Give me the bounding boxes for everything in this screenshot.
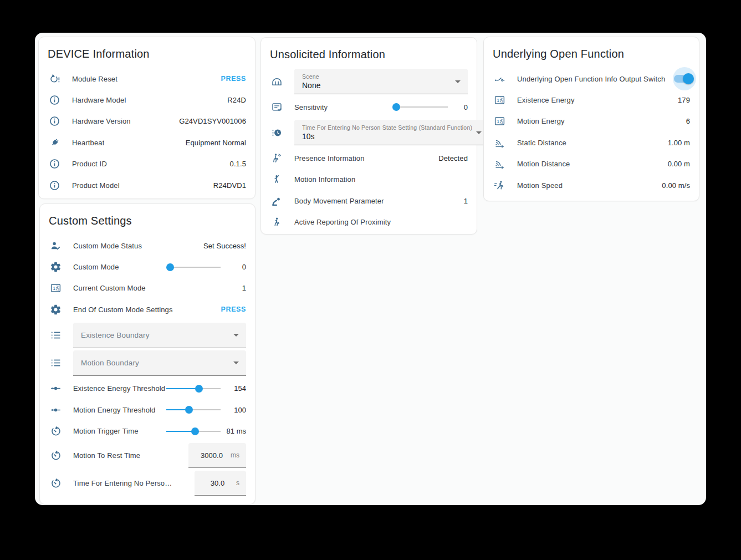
motion-boundary-row: Motion Boundary	[49, 350, 246, 376]
hardware-version-value: G24VD1SYV001006	[179, 117, 246, 125]
active-reporting-row: Active Reporting Of Proximity	[270, 212, 468, 233]
existence-energy-threshold-row: Existence Energy Threshold 154	[49, 378, 246, 399]
module-reset-row: Module Reset PRESS	[48, 68, 246, 89]
hardware-version-label: Hardware Version	[72, 117, 131, 125]
static-distance-label: Static Distance	[517, 139, 566, 147]
body-movement-parameter-row: Body Movement Parameter 1	[270, 190, 468, 211]
svg-text:3: 3	[501, 100, 503, 103]
device-information-card: DEVICE Information Module Reset PRESS Ha…	[38, 37, 255, 199]
counter-icon: 123	[493, 115, 506, 128]
output-switch-toggle[interactable]	[673, 68, 695, 90]
motion-information-row: Motion Information	[270, 169, 468, 190]
end-of-custom-mode-row: End Of Custom Mode Settings PRESS	[49, 299, 246, 320]
threshold-marker-icon	[49, 403, 62, 416]
threshold-marker-icon	[49, 382, 62, 395]
motion-distance-row: Motion Distance 0.00 m	[493, 154, 690, 175]
person-hand-up-icon	[270, 173, 283, 186]
product-id-row: Product ID 0.1.5	[48, 154, 246, 175]
underlying-open-function-title: Underlying Open Function	[493, 46, 690, 62]
unsolicited-information-card: Unsolicited Information Scene None Sensi…	[260, 37, 477, 235]
output-switch-label: Underlying Open Function Info Output Swi…	[517, 75, 665, 83]
motion-to-rest-time-value: 3000.0	[195, 451, 228, 460]
hardware-model-row: Hardware Model R24D	[48, 89, 246, 110]
existence-energy-threshold-label: Existence Energy Threshold	[73, 384, 165, 393]
active-reporting-label: Active Reporting Of Proximity	[294, 218, 391, 226]
product-id-value: 0.1.5	[230, 160, 246, 168]
existence-energy-row: 123 Existence Energy 179	[493, 89, 690, 110]
motion-distance-value: 0.00 m	[668, 160, 690, 168]
custom-mode-value: 0	[222, 263, 246, 271]
dome-scene-icon	[270, 75, 283, 88]
current-custom-mode-row: 123 Current Custom Mode 1	[49, 278, 246, 299]
motion-energy-threshold-value: 100	[222, 406, 246, 414]
custom-mode-label: Custom Mode	[73, 263, 119, 271]
product-model-label: Product Model	[72, 181, 120, 190]
existence-energy-label: Existence Energy	[517, 96, 575, 104]
motion-boundary-label: Motion Boundary	[81, 359, 229, 367]
motion-boundary-select[interactable]: Motion Boundary	[73, 350, 246, 376]
time-no-person-state-row: Time For Entering No Person State Settin…	[270, 120, 468, 145]
signal-distance-icon	[493, 136, 506, 149]
info-icon	[48, 157, 61, 171]
list-icon	[49, 329, 62, 342]
end-of-custom-mode-press-button[interactable]: PRESS	[221, 306, 246, 313]
svg-text:1: 1	[53, 286, 55, 292]
motion-to-rest-time-label: Motion To Rest Time	[73, 451, 140, 460]
motion-energy-threshold-row: Motion Energy Threshold 100	[49, 399, 246, 420]
info-icon	[48, 115, 61, 128]
body-movement-parameter-label: Body Movement Parameter	[294, 197, 384, 205]
module-reset-press-button[interactable]: PRESS	[221, 75, 246, 83]
static-distance-row: Static Distance 1.00 m	[493, 132, 690, 153]
motion-trigger-time-row: Motion Trigger Time 81 ms	[49, 420, 246, 441]
gear-icon	[49, 261, 62, 274]
presence-information-label: Presence Information	[294, 154, 365, 162]
time-no-person-row: Time For Entering No Perso… 30.0 s	[49, 470, 246, 497]
walking-person-icon	[270, 216, 283, 229]
product-model-value: R24DVD1	[213, 181, 246, 190]
presence-information-value: Detected	[438, 154, 468, 162]
existence-energy-threshold-value: 154	[222, 384, 246, 393]
existence-boundary-label: Existence Boundary	[81, 331, 229, 339]
scene-select-label: Scene	[302, 73, 451, 80]
sensitivity-row: Sensitivity 0	[270, 96, 468, 118]
motion-to-rest-time-field[interactable]: 3000.0 ms	[188, 443, 246, 468]
electric-switch-icon	[493, 72, 506, 85]
motion-to-rest-time-unit: ms	[231, 451, 239, 459]
app-viewport: DEVICE Information Module Reset PRESS Ha…	[35, 33, 706, 505]
time-no-person-value: 30.0	[201, 479, 234, 487]
motion-energy-threshold-label: Motion Energy Threshold	[73, 406, 155, 414]
existence-boundary-select[interactable]: Existence Boundary	[73, 323, 246, 348]
custom-mode-slider[interactable]	[166, 263, 221, 271]
chevron-down-icon	[455, 80, 461, 83]
heartbeat-value: Equipment Normal	[186, 139, 246, 147]
time-no-person-state-label: Time For Entering No Person State Settin…	[302, 124, 472, 131]
timer-icon	[49, 425, 62, 438]
scene-select-value: None	[302, 80, 451, 90]
custom-settings-card: Custom Settings Custom Mode Status Set S…	[39, 203, 255, 505]
motion-energy-threshold-slider[interactable]	[166, 406, 221, 414]
motion-speed-row: Motion Speed 0.00 m/s	[493, 175, 690, 196]
sensitivity-slider[interactable]	[392, 103, 448, 111]
product-id-label: Product ID	[72, 160, 107, 168]
motion-trigger-time-slider[interactable]	[166, 427, 221, 435]
motion-distance-label: Motion Distance	[517, 160, 570, 168]
hardware-model-value: R24D	[227, 96, 246, 104]
motion-energy-value: 6	[686, 117, 690, 125]
svg-text:3: 3	[57, 288, 59, 292]
motion-trigger-time-value: 81 ms	[222, 427, 246, 435]
motion-to-rest-time-row: Motion To Rest Time 3000.0 ms	[49, 442, 246, 470]
list-icon	[49, 357, 62, 370]
body-movement-icon	[270, 194, 283, 207]
sensitivity-value: 0	[449, 103, 468, 111]
motion-trigger-time-label: Motion Trigger Time	[73, 427, 139, 435]
existence-energy-threshold-slider[interactable]	[166, 385, 221, 393]
time-no-person-state-value: 10s	[302, 131, 472, 141]
time-no-person-state-select[interactable]: Time For Entering No Person State Settin…	[294, 120, 489, 145]
custom-mode-row: Custom Mode 0	[49, 256, 246, 277]
time-no-person-field[interactable]: 30.0 s	[195, 471, 246, 496]
product-model-row: Product Model R24DVD1	[48, 175, 246, 196]
chevron-down-icon	[233, 362, 239, 364]
timer-icon	[49, 449, 62, 462]
time-no-person-label: Time For Entering No Perso…	[73, 479, 172, 487]
scene-select[interactable]: Scene None	[294, 69, 468, 94]
